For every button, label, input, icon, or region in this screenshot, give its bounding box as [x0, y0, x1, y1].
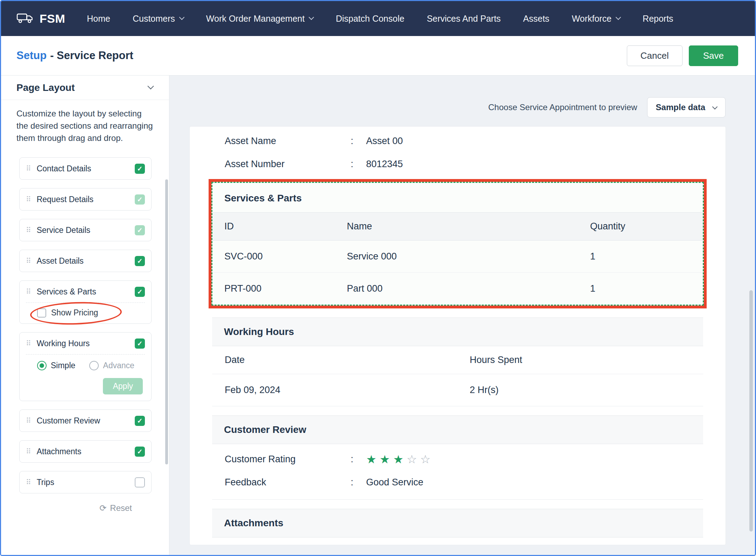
services-parts-title: Services & Parts: [212, 183, 703, 212]
page-header: Setup- Service Report Cancel Save: [1, 36, 755, 76]
page-title: Setup- Service Report: [16, 49, 133, 62]
chevron-down-icon: [309, 14, 314, 20]
section-card-request-details[interactable]: Request Details: [19, 188, 152, 211]
nav-items: Home Customers Work Order Management Dis…: [76, 1, 684, 36]
customer-rating-row: Customer Rating : ★★★☆☆: [212, 448, 703, 471]
services-parts-preview-section[interactable]: Services & Parts ID Name Quantity SVC-00…: [211, 182, 704, 306]
section-card-asset-details[interactable]: Asset Details: [19, 250, 152, 272]
field-label: Asset Name: [225, 136, 351, 147]
drag-handle-icon[interactable]: [26, 164, 31, 173]
field-label: Feedback: [225, 477, 351, 488]
section-card-working-hours[interactable]: Working Hours Simple Advance: [19, 332, 152, 401]
nav-item-services-and-parts[interactable]: Services And Parts: [415, 1, 512, 36]
attachments-checkbox[interactable]: [135, 447, 145, 457]
section-card-trips[interactable]: Trips: [19, 471, 152, 493]
working-hours-preview-section: Working Hours Date Hours Spent Feb 09, 2…: [212, 318, 703, 406]
collapse-chevron-icon[interactable]: [147, 83, 154, 89]
save-button[interactable]: Save: [689, 45, 738, 66]
advance-radio[interactable]: [89, 361, 99, 370]
apply-button[interactable]: Apply: [103, 378, 143, 394]
sample-data-dropdown[interactable]: Sample data: [647, 97, 726, 117]
section-card-services-parts[interactable]: Services & Parts Show Pricing: [19, 280, 152, 324]
rating-stars: ★★★☆☆: [366, 454, 703, 465]
section-card-customer-review[interactable]: Customer Review: [19, 409, 152, 432]
services-parts-header-row: ID Name Quantity: [212, 212, 703, 241]
section-card-contact-details[interactable]: Contact Details: [19, 157, 152, 180]
header-actions: Cancel Save: [627, 45, 738, 66]
customer-review-preview-section: Customer Review Customer Rating : ★★★☆☆ …: [212, 415, 703, 500]
simple-radio[interactable]: [37, 361, 47, 370]
fsm-logo-icon: [16, 12, 33, 25]
nav-item-work-order-management[interactable]: Work Order Management: [195, 1, 325, 36]
nav-item-customers[interactable]: Customers: [121, 1, 195, 36]
cancel-button[interactable]: Cancel: [627, 45, 682, 66]
drag-handle-icon[interactable]: [26, 416, 31, 425]
panel-title: Page Layout: [16, 82, 75, 93]
nav-item-home[interactable]: Home: [76, 1, 121, 36]
services-parts-checkbox[interactable]: [135, 287, 145, 297]
drag-handle-icon[interactable]: [26, 226, 31, 234]
preview-toolbar: Choose Service Appointment to preview Sa…: [190, 97, 726, 117]
attachments-title: Attachments: [212, 509, 703, 537]
working-hours-title: Working Hours: [212, 318, 703, 346]
field-value: 8012345: [366, 159, 703, 170]
table-row: Feb 09, 2024 2 Hr(s): [212, 374, 703, 406]
chevron-down-icon: [179, 14, 185, 20]
working-hours-checkbox[interactable]: [135, 338, 145, 349]
brand[interactable]: FSM: [16, 12, 65, 26]
customer-review-title: Customer Review: [212, 415, 703, 444]
star-icon: ★: [380, 454, 390, 465]
refresh-icon: [99, 503, 106, 513]
field-value: Good Service: [366, 477, 703, 488]
chevron-down-icon: [616, 14, 621, 20]
section-list: Contact Details Request Details Service …: [1, 154, 169, 513]
trips-checkbox[interactable]: [135, 477, 145, 487]
main-scrollbar[interactable]: [749, 290, 753, 532]
drag-handle-icon[interactable]: [26, 339, 31, 348]
section-card-attachments[interactable]: Attachments: [19, 440, 152, 463]
show-pricing-row: Show Pricing: [26, 302, 145, 323]
nav-item-reports[interactable]: Reports: [631, 1, 685, 36]
show-pricing-checkbox[interactable]: [37, 308, 46, 318]
brand-name: FSM: [40, 12, 65, 26]
field-label: Customer Rating: [225, 454, 351, 465]
customer-review-checkbox[interactable]: [135, 416, 145, 426]
simple-radio-option[interactable]: Simple: [37, 361, 75, 370]
asset-details-checkbox[interactable]: [135, 256, 145, 266]
sidebar-scrollbar[interactable]: [165, 179, 168, 464]
working-hours-mode: Simple Advance: [26, 354, 145, 372]
nav-item-workforce[interactable]: Workforce: [561, 1, 631, 36]
service-details-checkbox: [135, 225, 145, 235]
working-hours-header-row: Date Hours Spent: [212, 346, 703, 374]
table-row: SVC-000 Service 000 1: [212, 241, 703, 273]
field-value: Asset 00: [366, 136, 703, 147]
drag-handle-icon[interactable]: [26, 195, 31, 204]
asset-number-row: Asset Number : 8012345: [212, 152, 703, 176]
preview-area: Choose Service Appointment to preview Sa…: [169, 76, 755, 555]
top-nav: FSM Home Customers Work Order Management…: [1, 1, 755, 36]
advance-radio-option[interactable]: Advance: [89, 361, 134, 370]
nav-item-dispatch-console[interactable]: Dispatch Console: [324, 1, 415, 36]
drag-handle-icon[interactable]: [26, 447, 31, 456]
section-card-service-details[interactable]: Service Details: [19, 219, 152, 241]
nav-item-assets[interactable]: Assets: [512, 1, 561, 36]
report-preview-card: Asset Name : Asset 00 Asset Number : 801…: [190, 127, 726, 545]
request-details-checkbox: [135, 194, 145, 205]
app-window: FSM Home Customers Work Order Management…: [0, 0, 756, 556]
field-label: Asset Number: [225, 159, 351, 170]
panel-description: Customize the layout by selecting the de…: [1, 100, 169, 154]
drag-handle-icon[interactable]: [26, 478, 31, 486]
star-icon: ★: [393, 454, 404, 465]
page-layout-panel-header[interactable]: Page Layout: [1, 76, 169, 100]
page-layout-panel: Page Layout Customize the layout by sele…: [1, 76, 169, 555]
preview-chooser-label: Choose Service Appointment to preview: [488, 102, 637, 112]
setup-link[interactable]: Setup: [16, 49, 47, 62]
reset-link[interactable]: Reset: [110, 503, 132, 513]
contact-details-checkbox[interactable]: [135, 164, 145, 174]
chevron-down-icon: [712, 104, 718, 109]
table-row: PRT-000 Part 000 1: [212, 273, 703, 305]
attachments-preview-section: Attachments: [212, 509, 703, 537]
drag-handle-icon[interactable]: [26, 257, 31, 265]
reset-row: Reset: [19, 502, 152, 513]
drag-handle-icon[interactable]: [26, 287, 31, 296]
